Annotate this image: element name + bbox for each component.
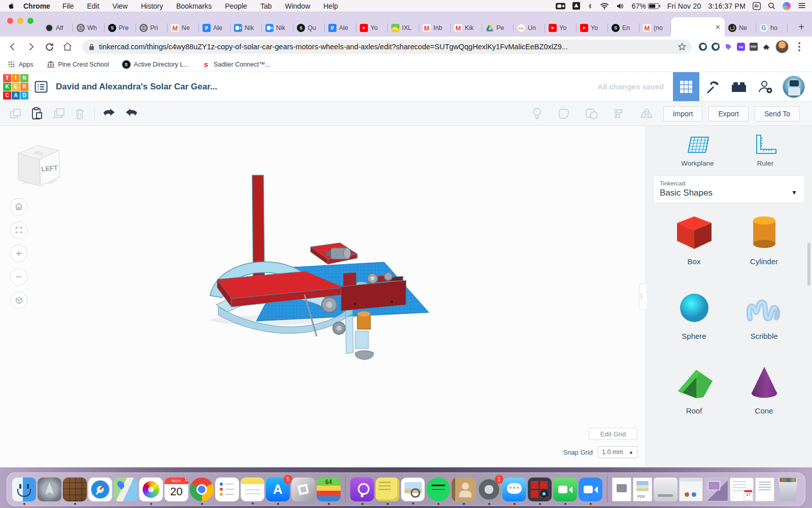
dashboard-grid-button[interactable] <box>673 72 699 101</box>
menu-item-bookmarks[interactable]: Bookmarks <box>176 2 212 10</box>
menu-item-help[interactable]: Help <box>323 2 338 10</box>
ungroup-icon[interactable] <box>581 105 602 122</box>
tab-3[interactable]: Pri <box>136 19 167 37</box>
forward-button[interactable] <box>23 39 39 54</box>
menu-item-history[interactable]: History <box>141 2 163 10</box>
zoom-window-button[interactable] <box>27 18 33 24</box>
tab-15[interactable]: coUn <box>514 19 545 37</box>
mirror-icon[interactable] <box>636 105 657 122</box>
dock-facetime[interactable] <box>553 478 577 501</box>
url-text[interactable]: tinkercad.com/things/c4wy88uZY1z-copy-of… <box>99 43 678 51</box>
redo-icon[interactable] <box>120 105 142 122</box>
bluetooth-icon[interactable] <box>587 2 593 10</box>
dock-launchpad[interactable] <box>38 478 61 501</box>
google-drive-icon[interactable] <box>572 2 580 10</box>
menu-item-view[interactable]: View <box>113 2 128 10</box>
3d-scene[interactable] <box>0 126 646 467</box>
shape-cone[interactable]: Cone <box>729 363 799 415</box>
siri-icon[interactable] <box>783 2 791 10</box>
bookmark-star-icon[interactable] <box>678 42 687 51</box>
show-all-lightbulb-icon[interactable] <box>526 105 548 122</box>
tab-9[interactable]: Ale <box>325 19 356 37</box>
shape-library-selector[interactable]: Tinkercad Basic Shapes ▼ <box>653 175 805 203</box>
chrome-profile-avatar[interactable] <box>775 40 789 53</box>
bookmark-sadlier[interactable]: sSadlier Connect™... <box>202 60 270 69</box>
undo-icon[interactable] <box>99 105 120 122</box>
fit-view-button[interactable] <box>10 221 27 239</box>
dock-chrome[interactable] <box>190 478 214 501</box>
tab-19[interactable]: M(no <box>639 19 671 37</box>
close-window-button[interactable] <box>7 18 13 24</box>
user-avatar[interactable] <box>783 76 805 98</box>
menu-item-people[interactable]: People <box>225 2 247 10</box>
active-tab[interactable]: ✕ <box>671 17 725 37</box>
dock-external-drive[interactable] <box>654 478 678 501</box>
align-icon[interactable] <box>608 105 630 122</box>
tab-12[interactable]: MInb <box>419 19 451 37</box>
bookmark-pine[interactable]: Pine Crest School <box>47 60 109 69</box>
dock-notes[interactable] <box>241 478 264 501</box>
edit-grid-button[interactable]: Edit Grid <box>589 428 637 440</box>
spotlight-icon[interactable] <box>768 2 775 10</box>
dock-preview[interactable] <box>401 478 425 501</box>
dock-screenshot-thumb[interactable] <box>704 478 728 501</box>
pdf-extension-icon[interactable]: PDF <box>750 43 758 51</box>
shield-extension-icon[interactable] <box>712 43 720 51</box>
reload-button[interactable] <box>42 39 57 54</box>
bookmark-active[interactable]: SActive Directory L... <box>122 60 189 69</box>
dock-app-store[interactable]: 5 <box>266 478 290 501</box>
dock-messages[interactable] <box>502 478 526 501</box>
menu-app-name[interactable]: Chrome <box>23 2 50 10</box>
read-write-extension-icon[interactable]: rw <box>737 43 745 51</box>
menu-date[interactable]: Fri Nov 20 <box>667 2 701 10</box>
tab-8[interactable]: SQu <box>293 19 325 37</box>
ruler-tool[interactable]: Ruler <box>754 134 777 167</box>
dock-zoom[interactable] <box>579 478 602 501</box>
dock-roblox[interactable] <box>291 478 315 501</box>
tab-close-icon[interactable]: ✕ <box>713 23 723 31</box>
dock-maps[interactable] <box>114 478 138 501</box>
tab-0[interactable]: Alf <box>42 19 73 37</box>
tab-16[interactable]: Yo <box>545 19 577 37</box>
minecraft-export-icon[interactable] <box>699 72 726 101</box>
tab-14[interactable]: Pe <box>482 19 514 37</box>
tab-1[interactable]: Wh <box>73 19 105 37</box>
dock-document-app[interactable] <box>612 478 631 501</box>
chrome-menu-icon[interactable] <box>792 39 807 54</box>
shape-cylinder[interactable]: Cylinder <box>729 213 799 266</box>
menu-item-window[interactable]: Window <box>285 2 310 10</box>
dock-calendar[interactable]: NOV205 <box>164 478 188 501</box>
home-view-button[interactable] <box>10 198 27 215</box>
view-cube[interactable]: LEFT TOP <box>11 139 64 192</box>
puzzle-extension-icon[interactable] <box>762 43 770 51</box>
tab-17[interactable]: Yo <box>577 19 608 37</box>
tag-extension-icon[interactable] <box>724 43 732 51</box>
tab-4[interactable]: MNe <box>167 19 199 37</box>
tinkercad-logo[interactable]: TINKERCAD <box>3 74 28 100</box>
address-bar[interactable]: tinkercad.com/things/c4wy88uZY1z-copy-of… <box>82 40 692 54</box>
dock-trash[interactable] <box>776 478 800 501</box>
dock-document-pdf[interactable] <box>633 478 652 501</box>
volume-icon[interactable] <box>616 3 625 10</box>
3d-canvas[interactable]: LEFT TOP Edit Grid Snap Grid 1.0 mm ▲ <box>0 126 646 467</box>
tab-5[interactable]: Ale <box>199 19 230 37</box>
menu-item-edit[interactable]: Edit <box>87 2 99 10</box>
dock-window-thumb[interactable] <box>679 478 703 501</box>
shape-scribble[interactable]: Scribble <box>729 288 799 340</box>
new-tab-button[interactable]: + <box>794 19 809 35</box>
dock-finder[interactable] <box>12 478 36 501</box>
perspective-toggle-button[interactable] <box>10 292 27 309</box>
wifi-icon[interactable] <box>600 3 609 10</box>
menu-time[interactable]: 3:16:37 PM <box>708 2 746 10</box>
notification-center-icon[interactable] <box>798 3 806 9</box>
dock-reminders[interactable] <box>215 478 239 501</box>
input-source-icon[interactable] <box>753 2 761 10</box>
tab-7[interactable]: Nik <box>262 19 293 37</box>
shape-roof[interactable]: Roof <box>659 363 729 415</box>
panel-collapse-handle[interactable]: 〉 <box>639 283 647 310</box>
workplane-tool[interactable]: Workplane <box>681 134 714 167</box>
panel-scrollbar[interactable] <box>807 243 810 285</box>
zoom-out-button[interactable] <box>10 268 27 285</box>
invite-person-icon[interactable] <box>752 72 779 101</box>
design-properties-icon[interactable] <box>32 79 50 94</box>
